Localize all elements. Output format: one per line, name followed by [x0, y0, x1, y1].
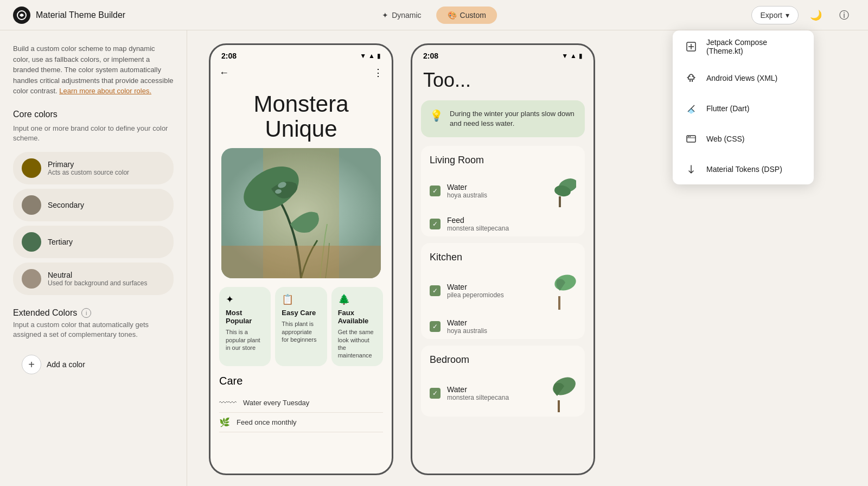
tokens-icon	[684, 162, 699, 177]
bedroom-title: Bedroom	[421, 346, 585, 370]
app-title: Material Theme Builder	[36, 10, 125, 20]
checkbox-4[interactable]: ✓	[430, 321, 441, 332]
custom-icon: 🎨	[448, 11, 457, 20]
extended-colors-subtitle: Input a custom color that automatically …	[13, 320, 174, 340]
battery-icon-2: ▮	[579, 52, 583, 60]
living-room-title: Living Room	[421, 146, 585, 170]
extended-info-icon[interactable]: i	[81, 308, 91, 318]
tip-icon: 💡	[430, 109, 443, 122]
tertiary-swatch	[22, 232, 41, 252]
svg-rect-13	[558, 400, 560, 412]
item-name-5: Water	[447, 385, 537, 394]
room-card-bedroom: Bedroom ✓ Water monstera siltepecana	[421, 346, 585, 417]
item-sub-5: monstera siltepecana	[447, 394, 537, 401]
export-dropdown: Jetpack Compose (Theme.kt) Android Views…	[673, 30, 814, 184]
moon-icon: 🌙	[810, 9, 822, 21]
checkbox-2[interactable]: ✓	[430, 219, 441, 229]
popular-title: Most Popular	[226, 309, 264, 325]
core-colors-subtitle: Input one or more brand color to define …	[13, 124, 174, 143]
svg-point-20	[688, 136, 689, 137]
sidebar-description: Build a custom color scheme to map dynam…	[13, 43, 174, 97]
item-info-4: Water hoya australis	[447, 318, 576, 335]
care-water-text: Water every Tuesday	[243, 399, 309, 407]
room-item-water-hoya: ✓ Water hoya australis	[421, 170, 585, 212]
learn-more-link[interactable]: Learn more about color roles.	[59, 87, 151, 95]
item-name-1: Water	[447, 183, 537, 191]
dynamic-button[interactable]: ✦ Dynamic	[371, 7, 432, 24]
back-button[interactable]: ←	[219, 67, 229, 79]
checkbox-5[interactable]: ✓	[430, 388, 441, 399]
compose-icon	[684, 39, 699, 54]
add-icon: +	[22, 355, 41, 374]
kitchen-title: Kitchen	[421, 243, 585, 267]
feature-card-faux: 🌲 Faux Available Get the same look witho…	[331, 287, 383, 366]
color-item-primary[interactable]: Primary Acts as custom source color	[13, 152, 174, 184]
item-info-2: Feed monstera siltepecana	[447, 216, 576, 232]
svg-rect-17	[690, 80, 691, 82]
checkbox-3[interactable]: ✓	[430, 285, 441, 296]
secondary-swatch	[22, 195, 41, 215]
plant-thumb-1	[544, 175, 576, 207]
room-item-water-hoya2: ✓ Water hoya australis	[421, 314, 585, 339]
custom-button[interactable]: 🎨 Custom	[437, 7, 497, 24]
phone-status-2: 2:08 ▼ ▲ ▮	[412, 45, 593, 65]
color-item-secondary[interactable]: Secondary	[13, 189, 174, 221]
primary-info: Primary Acts as custom source color	[48, 160, 129, 176]
custom-label: Custom	[460, 11, 486, 20]
info-button[interactable]: ⓘ	[833, 4, 855, 26]
compose-label: Jetpack Compose (Theme.kt)	[706, 38, 803, 55]
neutral-desc: Used for background and surfaces	[48, 279, 147, 287]
plant-image-container	[210, 148, 392, 287]
color-item-tertiary[interactable]: Tertiary	[13, 226, 174, 258]
svg-rect-6	[221, 246, 381, 278]
feature-card-popular: ✦ Most Popular This is a popular plant i…	[219, 287, 271, 366]
room-item-feed-monstera: ✓ Feed monstera siltepecana	[421, 212, 585, 236]
secondary-info: Secondary	[48, 201, 84, 209]
faux-title: Faux Available	[338, 309, 376, 325]
dropdown-item-compose[interactable]: Jetpack Compose (Theme.kt)	[673, 30, 814, 63]
export-button[interactable]: Export ▾	[751, 6, 799, 24]
signal-icon-2: ▲	[570, 52, 577, 60]
phone-nav-1: ← ⋮	[210, 65, 392, 83]
dropdown-item-tokens[interactable]: Material Tokens (DSP)	[673, 154, 814, 184]
easycare-icon: 📋	[282, 293, 320, 305]
item-name-4: Water	[447, 318, 576, 327]
care-title: Care	[219, 375, 383, 387]
tertiary-info: Tertiary	[48, 238, 73, 246]
water-icon: 〰〰	[219, 398, 237, 408]
primary-name: Primary	[48, 160, 129, 169]
plant-image	[221, 148, 381, 278]
phone-icons-1: ▼ ▲ ▮	[360, 52, 381, 60]
dropdown-item-android[interactable]: Android Views (XML)	[673, 63, 814, 93]
header-right: Export ▾ 🌙 ⓘ	[751, 4, 855, 26]
plant-title: MonsteraUnique	[210, 83, 392, 148]
add-color-button[interactable]: + Add a color	[13, 348, 94, 381]
checkbox-1[interactable]: ✓	[430, 186, 441, 196]
more-button[interactable]: ⋮	[373, 67, 383, 79]
faux-icon: 🌲	[338, 293, 376, 305]
phone-mockup-2: 2:08 ▼ ▲ ▮ Too... 💡 During the winter yo…	[411, 43, 595, 475]
web-icon	[684, 131, 699, 146]
secondary-name: Secondary	[48, 201, 84, 209]
easycare-desc: This plant is appropriate for beginners	[282, 320, 320, 343]
web-label: Web (CSS)	[706, 135, 745, 143]
svg-rect-18	[692, 80, 693, 82]
tokens-label: Material Tokens (DSP)	[706, 165, 782, 174]
neutral-name: Neutral	[48, 271, 147, 279]
dropdown-item-flutter[interactable]: Flutter (Dart)	[673, 93, 814, 124]
android-icon	[684, 71, 699, 86]
tertiary-name: Tertiary	[48, 238, 73, 246]
plant-thumb-3	[544, 374, 576, 412]
dropdown-item-web[interactable]: Web (CSS)	[673, 124, 814, 154]
dynamic-label: Dynamic	[392, 11, 421, 20]
item-info-5: Water monstera siltepecana	[447, 385, 537, 401]
color-item-neutral[interactable]: Neutral Used for background and surfaces	[13, 263, 174, 295]
svg-point-21	[690, 136, 691, 137]
header: Material Theme Builder ✦ Dynamic 🎨 Custo…	[0, 0, 868, 30]
dark-mode-button[interactable]: 🌙	[805, 4, 827, 26]
room-card-living: Living Room ✓ Water hoya australis ✓	[421, 146, 585, 236]
care-item-water: 〰〰 Water every Tuesday	[219, 394, 383, 413]
care-feed-text: Feed once monthly	[237, 418, 297, 426]
extended-colors-title: Extended Colors	[13, 308, 77, 318]
wifi-icon: ▼	[360, 52, 366, 60]
